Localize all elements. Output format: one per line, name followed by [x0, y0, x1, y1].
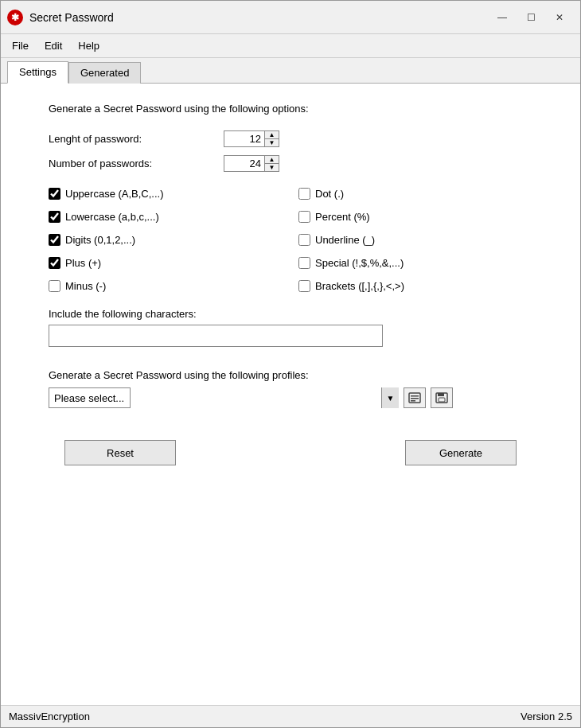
profiles-select-wrapper: Please select... ▼ — [49, 387, 399, 408]
checkbox-special-input[interactable] — [298, 257, 310, 269]
length-row: Lenght of password: ▲ ▼ — [49, 130, 532, 147]
count-label: Number of passwords: — [49, 158, 224, 169]
checkbox-plus: Plus (+) — [49, 257, 283, 269]
checkbox-plus-label: Plus (+) — [65, 257, 101, 269]
length-spinbox[interactable]: ▲ ▼ — [224, 130, 279, 147]
generate-button[interactable]: Generate — [405, 440, 517, 465]
profiles-select[interactable]: Please select... — [49, 387, 131, 408]
status-right: Version 2.5 — [521, 710, 572, 722]
checkbox-percent: Percent (%) — [298, 211, 532, 223]
checkbox-underline: Underline (_) — [298, 234, 532, 246]
menu-bar: File Edit Help — [1, 34, 580, 58]
checkbox-minus: Minus (-) — [49, 280, 283, 292]
section-header: Generate a Secret Password using the fol… — [49, 103, 532, 115]
svg-rect-8 — [439, 398, 445, 402]
checkbox-percent-label: Percent (%) — [315, 211, 370, 223]
length-up-button[interactable]: ▲ — [265, 131, 279, 139]
checkbox-digits-label: Digits (0,1,2,...) — [65, 234, 135, 246]
checkbox-minus-input[interactable] — [49, 280, 60, 292]
profiles-row: Please select... ▼ — [49, 387, 532, 408]
checkbox-dot-label: Dot (.) — [315, 188, 344, 200]
checkbox-percent-input[interactable] — [298, 211, 310, 223]
menu-file[interactable]: File — [4, 37, 37, 55]
load-profile-button[interactable] — [404, 387, 426, 408]
checkbox-digits: Digits (0,1,2,...) — [49, 234, 283, 246]
checkbox-plus-input[interactable] — [49, 257, 60, 269]
checkbox-lowercase: Lowercase (a,b,c,...) — [49, 211, 283, 223]
svg-rect-5 — [411, 400, 415, 402]
profiles-label: Generate a Secret Password using the fol… — [49, 369, 532, 381]
status-bar: MassivEncryption Version 2.5 — [1, 705, 580, 727]
checkbox-brackets: Brackets ([,],{,},<,>) — [298, 280, 532, 292]
close-button[interactable]: ✕ — [545, 6, 574, 29]
save-profile-button[interactable] — [431, 387, 453, 408]
include-label: Include the following characters: — [49, 308, 532, 320]
checkbox-special-label: Special (!,$,%,&,...) — [315, 257, 404, 269]
svg-rect-3 — [411, 395, 419, 397]
checkbox-dot-input[interactable] — [298, 188, 310, 200]
title-bar: ✱ Secret Password — ☐ ✕ — [1, 1, 580, 34]
action-buttons: Reset Generate — [49, 440, 532, 465]
settings-panel: Generate a Secret Password using the fol… — [1, 84, 580, 485]
checkbox-lowercase-label: Lowercase (a,b,c,...) — [65, 211, 159, 223]
checkbox-digits-input[interactable] — [49, 234, 60, 246]
checkbox-special: Special (!,$,%,&,...) — [298, 257, 532, 269]
menu-help[interactable]: Help — [70, 37, 107, 55]
checkbox-grid: Uppercase (A,B,C,...) Dot (.) Lowercase … — [49, 188, 532, 292]
checkbox-lowercase-input[interactable] — [49, 211, 60, 223]
checkbox-brackets-input[interactable] — [298, 280, 310, 292]
length-down-button[interactable]: ▼ — [265, 139, 279, 146]
checkbox-underline-input[interactable] — [298, 234, 310, 246]
minimize-button[interactable]: — — [488, 6, 517, 29]
reset-button[interactable]: Reset — [64, 440, 176, 465]
checkbox-uppercase: Uppercase (A,B,C,...) — [49, 188, 283, 200]
window-title: Secret Password — [29, 11, 488, 24]
app-icon: ✱ — [7, 10, 23, 25]
include-input[interactable] — [49, 325, 383, 347]
checkbox-minus-label: Minus (-) — [65, 280, 106, 292]
menu-edit[interactable]: Edit — [37, 37, 70, 55]
count-spinbox[interactable]: ▲ ▼ — [224, 155, 279, 172]
checkbox-uppercase-label: Uppercase (A,B,C,...) — [65, 188, 164, 200]
checkbox-uppercase-input[interactable] — [49, 188, 60, 200]
tab-settings[interactable]: Settings — [7, 61, 68, 84]
count-down-button[interactable]: ▼ — [265, 164, 279, 171]
svg-rect-7 — [438, 393, 444, 396]
maximize-button[interactable]: ☐ — [517, 6, 545, 29]
tab-generated[interactable]: Generated — [68, 62, 141, 84]
profiles-section: Generate a Secret Password using the fol… — [49, 369, 532, 408]
select-arrow-icon: ▼ — [381, 387, 399, 408]
length-label: Lenght of password: — [49, 133, 224, 145]
checkbox-brackets-label: Brackets ([,],{,},<,>) — [315, 280, 404, 292]
svg-text:✱: ✱ — [11, 12, 19, 23]
count-input[interactable] — [224, 156, 264, 171]
main-panel: Generate a Secret Password using the fol… — [1, 84, 580, 705]
count-up-button[interactable]: ▲ — [265, 156, 279, 164]
checkbox-underline-label: Underline (_) — [315, 234, 375, 246]
svg-rect-4 — [411, 398, 419, 399]
count-row: Number of passwords: ▲ ▼ — [49, 155, 532, 172]
length-input[interactable] — [224, 131, 264, 146]
tab-bar: Settings Generated — [1, 58, 580, 84]
status-left: MassivEncryption — [9, 710, 90, 722]
checkbox-dot: Dot (.) — [298, 188, 532, 200]
